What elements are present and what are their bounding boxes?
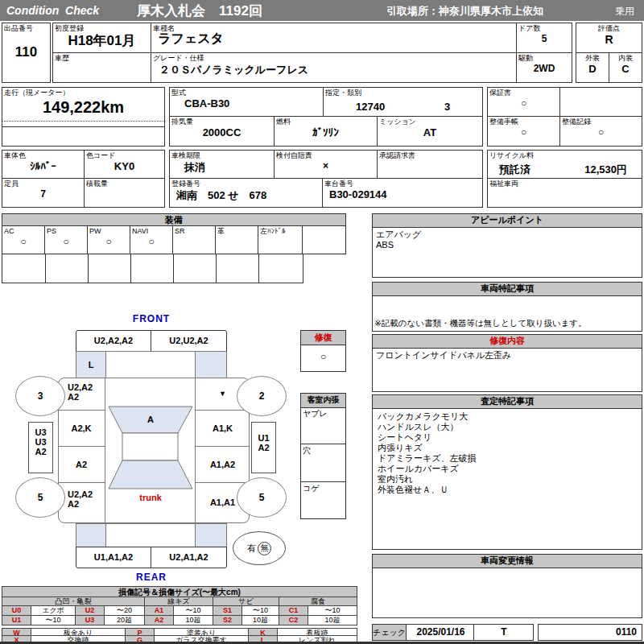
repair-mini-box: 修復 ○ [300, 330, 346, 372]
fuel-cell: 燃料 ｶﾞｿﾘﾝ [274, 116, 378, 147]
legend-title: 損傷記号＆損傷サイズ(〜最大cm) [2, 586, 357, 597]
sill-left-line: U3 [29, 437, 52, 447]
insurance-label: 検付自賠責 [275, 151, 377, 160]
repair-content-panel: 修復内容 フロントインサイドパネル左歪み [372, 334, 642, 392]
equipment-label: 革 [216, 226, 258, 236]
assessment-line: 内張りキズ [378, 443, 642, 453]
inspection-value: 抹消 [170, 160, 274, 175]
trunk-lid-panel [105, 523, 196, 547]
interior-grade-label: 内装 [609, 53, 642, 63]
warranty-cell: 保証書 ○ [487, 87, 560, 117]
mileage-dotted-divider [2, 121, 164, 122]
repair-content-header: 修復内容 [373, 335, 642, 349]
check-date: 2025/01/16 [408, 625, 474, 640]
color-code-label: 色コード [85, 151, 164, 160]
class-value-1: 12740 [356, 101, 385, 113]
equipment-value: ○ [2, 236, 44, 247]
door-rear-right: A1,A2 [195, 447, 250, 483]
front-label: FRONT [76, 313, 227, 324]
mileage-label: 走行（現メーター） [2, 88, 164, 97]
appeal-line: ABS [373, 240, 642, 252]
rear-label: REAR [76, 572, 227, 583]
class-label: 指定・類別 [324, 88, 482, 97]
exterior-grade-cell: 外装 D [576, 52, 609, 83]
equipment-cell-extra [302, 225, 346, 254]
equipment-label: SR [173, 226, 215, 236]
check-number-cell: 0110 [538, 624, 642, 641]
welfare-cell: 福祉車両 [487, 178, 642, 208]
check-inspector: T [475, 625, 533, 640]
notes-panel-header: 車両特記事項 [373, 283, 642, 296]
history-label: 車歴 [53, 53, 151, 63]
sill-left: U3 U3 A2 [28, 422, 53, 473]
presence-yes: 有 [247, 543, 256, 555]
equipment-cell-lhd: 左ﾊﾝﾄﾞﾙ [258, 225, 303, 254]
model-code-value: CBA-B30 [170, 97, 323, 109]
wheel-rear-right: 5 [237, 477, 287, 518]
legend-desc: 10超 [242, 615, 279, 625]
notes-footnote: ※記載のない書類・機器等は無しとして取り扱います。 [374, 318, 587, 329]
history-cell: 車歴 [52, 52, 151, 83]
equipment-cell-pw: PW ○ [87, 225, 130, 254]
warranty-spare-cell [559, 87, 642, 117]
presence-no-circled: 無 [258, 542, 271, 555]
auction-title: 厚木入札会 1192回 [137, 2, 262, 20]
warranty-value: ○ [488, 97, 559, 109]
wheel-rear-left: 5 [15, 477, 65, 518]
chassis-number-cell: 車台番号 B30-029144 [322, 178, 483, 208]
welfare-label: 福祉車両 [488, 179, 642, 188]
model-name-cell: 車種名 ラフェスタ [151, 23, 517, 53]
wheel-front-right: 2 [237, 376, 287, 416]
grade-label: グレード・仕様 [151, 53, 516, 63]
equipment-empty-row [2, 254, 303, 283]
cabin-interior-header: 客室内張 [301, 394, 345, 408]
registration-number-label: 登録番号 [170, 179, 322, 188]
auction-sheet: Condition Check 厚木入札会 1192回 引取場所：神奈川県厚木市… [0, 0, 644, 644]
warranty-label: 保証書 [488, 88, 559, 97]
equipment-empty-divider [258, 254, 259, 283]
legend-code: S2 [213, 615, 242, 625]
repair-mini-header: 修復 [301, 331, 345, 345]
equipment-empty-divider [45, 254, 46, 283]
grade-point-cell: 評価点 R [576, 23, 642, 53]
quarter-left-line2: A2 [68, 499, 105, 509]
model-code-label: 型式 [170, 88, 323, 97]
registration-number-value: 湘南 502 せ 678 [170, 188, 322, 203]
change-info-panel: 車両変更情報 [372, 554, 642, 618]
door-front-left: A2,K [58, 411, 105, 447]
change-info-header: 車両変更情報 [373, 555, 642, 568]
class-value-2: 3 [444, 101, 450, 113]
appeal-panel-header: アピールポイント [373, 214, 642, 228]
equipment-label: NAVI [130, 226, 172, 236]
sill-left-line: A2 [29, 447, 52, 456]
cabin-interior-item-burn: コゲ [301, 482, 345, 518]
approval-cell: 承認請求書 [377, 150, 483, 179]
equipment-cell-sr: SR [172, 225, 216, 254]
headlight-right [195, 351, 227, 378]
doors-label: ドア数 [517, 23, 572, 33]
mileage-cell: 走行（現メーター） 149,222km [2, 87, 165, 147]
model-name-value: ラフェスタ [151, 31, 516, 47]
fuel-label: 燃料 [275, 117, 377, 126]
capacity-value: 7 [2, 188, 84, 200]
maintenance-book-cell: 整備手帳 ○ [487, 116, 560, 147]
legend-code: C2 [279, 615, 308, 625]
assessment-panel-header: 査定特記事項 [373, 395, 642, 409]
equipment-cell-navi: NAVI ○ [130, 225, 173, 254]
load-label: 積載量 [85, 179, 164, 188]
first-registration-cell: 初度登録 H18年01月 [52, 23, 151, 53]
assessment-line: ドアミラーキズ、左破損 [378, 453, 642, 464]
sill-right-line: U1 [252, 433, 275, 443]
drive-cell: 駆動 2WD [516, 52, 572, 83]
exterior-grade-label: 外装 [576, 53, 609, 63]
sill-right: U1 A2 [251, 422, 276, 473]
grade-value: ２０Ｓパノラミックルーフレス [151, 63, 516, 77]
equipment-empty-divider [216, 254, 217, 283]
quarter-left-line1: U2,A2 [68, 489, 105, 499]
maintenance-book-value: ○ [488, 126, 559, 138]
trunk-label: trunk [105, 493, 196, 502]
fender-front-left-line1: U2,A2 [68, 382, 105, 392]
appeal-panel: アピールポイント エアバッグ ABS [372, 213, 642, 278]
transmission-cell: ミッション AT [377, 116, 483, 147]
drive-label: 駆動 [517, 53, 572, 63]
